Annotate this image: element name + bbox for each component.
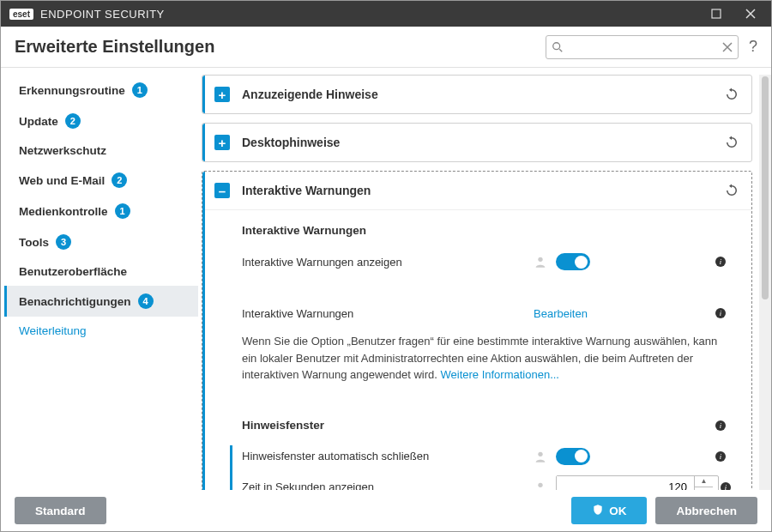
titlebar: eset ENDPOINT SECURITY [1, 1, 771, 27]
section-body: Interaktive Warnungen Interaktive Warnun… [202, 209, 751, 490]
svg-point-12 [538, 482, 542, 487]
more-info-link[interactable]: Weitere Informationen... [440, 368, 559, 381]
section-interaktive-warnungen: – Interaktive Warnungen Interaktive Warn… [202, 171, 752, 490]
scroll-thumb[interactable] [762, 76, 769, 299]
row-subhead-hinweisfenster: Hinweisfenster i [242, 411, 727, 440]
sidebar-label: Web und E-Mail [19, 174, 105, 187]
edit-link[interactable]: Bearbeiten [534, 307, 588, 320]
svg-point-2 [538, 257, 542, 262]
info-icon[interactable]: i [719, 481, 733, 491]
row-label: Hinweisfenster automatisch schließen [242, 450, 534, 462]
sidebar-label: Benachrichtigungen [19, 295, 131, 308]
spinner-up[interactable]: ▲ [695, 476, 713, 488]
section-title: Desktophinweise [242, 136, 340, 149]
search-input[interactable] [564, 39, 722, 54]
close-button[interactable] [733, 1, 768, 27]
search-box[interactable] [546, 35, 739, 59]
main: + Anzuzeigende Hinweise + Desktophinweis… [198, 68, 771, 490]
cancel-button[interactable]: Abbrechen [655, 497, 757, 524]
vertical-scrollbar[interactable] [759, 75, 771, 490]
section-title: Anzuzeigende Hinweise [242, 88, 378, 101]
description-text: Wenn Sie die Option „Benutzer fragen“ fü… [242, 333, 727, 384]
sidebar-item-medienkontrolle[interactable]: Medienkontrolle 1 [4, 196, 198, 227]
window-controls [699, 1, 768, 27]
ok-label: OK [609, 505, 626, 517]
undo-button[interactable] [724, 135, 739, 150]
row-label: Interaktive Warnungen [242, 307, 534, 320]
sidebar-item-tools[interactable]: Tools 3 [4, 227, 198, 257]
brand-name: ENDPOINT SECURITY [40, 8, 165, 21]
app-brand: eset ENDPOINT SECURITY [9, 8, 165, 21]
count-badge: 1 [132, 82, 148, 98]
sidebar-label: Weiterleitung [19, 324, 87, 337]
toggle-show-interactive[interactable] [556, 253, 590, 270]
user-icon [534, 450, 547, 463]
toggle-autoclose[interactable] [556, 448, 590, 465]
body: Erkennungsroutine 1 Update 2 Netzwerksch… [1, 68, 771, 490]
sidebar-item-netzwerkschutz[interactable]: Netzwerkschutz [4, 136, 198, 165]
ok-button[interactable]: OK [571, 497, 647, 524]
help-button[interactable]: ? [749, 38, 757, 56]
sidebar-item-weiterleitung[interactable]: Weiterleitung [4, 317, 198, 345]
count-badge: 2 [112, 172, 127, 188]
page-header: Erweiterte Einstellungen ? [1, 27, 771, 68]
section-anzuzeigende-hinweise: + Anzuzeigende Hinweise [202, 75, 752, 114]
row-controls [534, 253, 590, 270]
subheading-interaktive: Interaktive Warnungen [242, 224, 727, 237]
row-label: Zeit in Sekunden anzeigen [242, 481, 534, 490]
svg-point-9 [538, 451, 542, 456]
page-title: Erweiterte Einstellungen [15, 37, 214, 57]
section-desktophinweise: + Desktophinweise [202, 123, 752, 162]
section-header[interactable]: + Desktophinweise [202, 124, 751, 161]
main-content: + Anzuzeigende Hinweise + Desktophinweis… [202, 75, 759, 490]
section-header[interactable]: + Anzuzeigende Hinweise [202, 76, 751, 113]
section-header[interactable]: – Interaktive Warnungen [202, 172, 751, 209]
seconds-field[interactable] [557, 476, 694, 491]
collapse-icon: – [214, 183, 230, 198]
brand-badge: eset [9, 9, 33, 20]
row-interactive-list: Interaktive Warnungen Bearbeiten i [242, 299, 727, 328]
count-badge: 3 [56, 234, 71, 250]
section-title: Interaktive Warnungen [242, 184, 371, 197]
svg-rect-0 [712, 9, 721, 18]
footer: Standard OK Abbrechen [1, 490, 771, 531]
row-controls [534, 448, 590, 465]
sidebar-item-benutzeroberflaeche[interactable]: Benutzeroberfläche [4, 257, 198, 286]
sidebar: Erkennungsroutine 1 Update 2 Netzwerksch… [1, 68, 198, 490]
user-icon [534, 255, 547, 269]
undo-button[interactable] [724, 183, 739, 198]
sidebar-item-benachrichtigungen[interactable]: Benachrichtigungen 4 [4, 286, 198, 317]
shield-icon [592, 504, 604, 518]
count-badge: 4 [138, 293, 154, 309]
spinner-down[interactable]: ▼ [695, 487, 713, 490]
app-window: eset ENDPOINT SECURITY Erweiterte Einste… [0, 0, 772, 532]
sidebar-item-web-email[interactable]: Web und E-Mail 2 [4, 165, 198, 196]
info-icon[interactable]: i [714, 450, 727, 463]
clear-search-icon[interactable] [722, 42, 733, 52]
default-button[interactable]: Standard [15, 497, 106, 524]
sidebar-label: Benutzeroberfläche [19, 265, 127, 278]
spinner: ▲ ▼ [694, 476, 713, 491]
maximize-button[interactable] [699, 1, 733, 27]
count-badge: 1 [115, 203, 130, 219]
sidebar-label: Update [19, 115, 58, 128]
svg-point-1 [553, 42, 560, 49]
search-icon [552, 41, 564, 53]
row-seconds: Zeit in Sekunden anzeigen ▲ [242, 473, 727, 491]
info-icon[interactable]: i [714, 255, 727, 269]
sidebar-item-erkennungsroutine[interactable]: Erkennungsroutine 1 [4, 75, 198, 106]
row-autoclose: Hinweisfenster automatisch schließen i [242, 442, 727, 471]
expand-icon: + [214, 87, 230, 102]
sidebar-item-update[interactable]: Update 2 [4, 106, 198, 136]
undo-button[interactable] [724, 87, 739, 102]
info-icon[interactable]: i [714, 419, 727, 432]
user-icon [534, 481, 547, 491]
row-label: Interaktive Warnungen anzeigen [242, 256, 534, 269]
sidebar-label: Tools [19, 236, 49, 249]
sidebar-label: Medienkontrolle [19, 205, 108, 218]
row-controls: Bearbeiten [534, 307, 588, 320]
subheading-hinweisfenster: Hinweisfenster [242, 419, 324, 432]
sidebar-label: Erkennungsroutine [19, 84, 125, 97]
info-icon[interactable]: i [714, 306, 727, 320]
seconds-input[interactable]: ▲ ▼ [556, 475, 719, 491]
